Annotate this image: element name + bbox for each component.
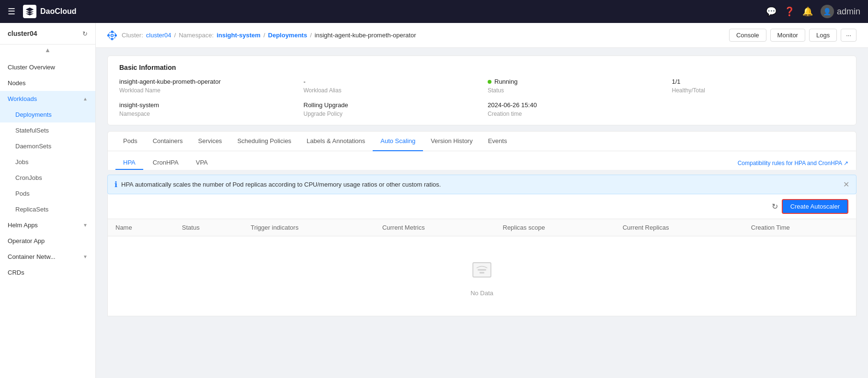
workload-alias-value: -: [304, 78, 477, 85]
healthy-total-item: 1/1 Healthy/Total: [672, 78, 845, 94]
sidebar-item-nodes[interactable]: Nodes: [0, 75, 95, 91]
more-actions-button[interactable]: ···: [841, 29, 857, 42]
basic-info-card: Basic Information insight-agent-kube-pro…: [107, 56, 857, 125]
upgrade-policy-label: Upgrade Policy: [304, 111, 477, 117]
no-data-text: No Data: [470, 289, 493, 297]
col-replicas-scope: Replicas scope: [495, 219, 615, 236]
tab-services[interactable]: Services: [191, 132, 230, 151]
cluster-value[interactable]: cluster04: [146, 32, 171, 39]
current-page: insight-agent-kube-prometh-operator: [315, 32, 416, 39]
console-button[interactable]: Console: [729, 29, 766, 42]
tab-labels-annotations[interactable]: Labels & Annotations: [299, 132, 373, 151]
sidebar: cluster04 ↻ ▲ Cluster Overview Nodes Wor…: [0, 23, 96, 378]
logs-button[interactable]: Logs: [809, 29, 837, 42]
table-area: ↻ Create Autoscaler Name Status Trigger …: [107, 194, 857, 316]
col-current-replicas: Current Replicas: [615, 219, 743, 236]
sub-tab-vpa[interactable]: VPA: [188, 156, 216, 170]
chevron-down-icon-2: ▼: [83, 254, 88, 259]
sub-tab-hpa[interactable]: HPA: [115, 156, 143, 170]
namespace-label2: Namespace: [119, 111, 292, 117]
status-dot: [488, 80, 491, 84]
tab-containers[interactable]: Containers: [145, 132, 191, 151]
sidebar-item-workloads[interactable]: Workloads ▲: [0, 91, 95, 107]
sidebar-item-deployments[interactable]: Deployments: [0, 107, 95, 122]
sub-tabs: HPA CronHPA VPA: [115, 156, 216, 170]
namespace-value[interactable]: insight-system: [217, 32, 261, 39]
chat-icon[interactable]: 💬: [766, 6, 777, 17]
sidebar-item-cluster-overview[interactable]: Cluster Overview: [0, 59, 95, 75]
svg-point-3: [111, 38, 113, 39]
col-trigger-indicators: Trigger indicators: [243, 219, 375, 236]
status-item: Running Status: [488, 78, 661, 94]
menu-icon[interactable]: ☰: [8, 6, 15, 17]
sidebar-item-daemonsets[interactable]: DaemonSets: [0, 138, 95, 154]
sidebar-nav: Cluster Overview Nodes Workloads ▲ Deplo…: [0, 56, 95, 378]
sidebar-item-jobs[interactable]: Jobs: [0, 154, 95, 170]
sidebar-item-crds[interactable]: CRDs: [0, 265, 95, 280]
info-banner-text: HPA automatically scales the number of P…: [121, 181, 441, 188]
bell-icon[interactable]: 🔔: [802, 6, 813, 17]
workload-alias-item: - Workload Alias: [304, 78, 477, 94]
healthy-total-label: Healthy/Total: [672, 87, 845, 94]
close-banner-button[interactable]: ✕: [843, 180, 849, 189]
tab-version-history[interactable]: Version History: [423, 132, 480, 151]
username: admin: [837, 7, 860, 17]
refresh-icon[interactable]: ↻: [82, 30, 88, 37]
sidebar-item-operator-app[interactable]: Operator App: [0, 233, 95, 249]
monitor-button[interactable]: Monitor: [770, 29, 805, 42]
creation-time-item: 2024-06-26 15:40 Creation time: [488, 101, 661, 117]
cluster-icon: [107, 31, 117, 40]
no-data-icon: [468, 256, 496, 286]
main-tabs: Pods Containers Services Scheduling Poli…: [107, 131, 857, 151]
namespace-value2: insight-system: [119, 101, 292, 109]
breadcrumb-bar: Cluster: cluster04 / Namespace: insight-…: [96, 23, 868, 48]
breadcrumb-actions: Console Monitor Logs ···: [729, 29, 857, 42]
sidebar-item-replicasets[interactable]: ReplicaSets: [0, 201, 95, 217]
compat-link[interactable]: Compatibility rules for HPA and CronHPA …: [738, 160, 848, 167]
logo-icon: [23, 5, 36, 18]
avatar: 👤: [821, 5, 834, 18]
chevron-up-icon: ▲: [83, 96, 88, 101]
refresh-table-icon[interactable]: ↻: [772, 202, 778, 211]
col-current-metrics: Current Metrics: [375, 219, 495, 236]
tab-pods[interactable]: Pods: [115, 132, 145, 151]
info-grid: insight-agent-kube-prometh-operator Work…: [119, 78, 845, 117]
content-area: Cluster: cluster04 / Namespace: insight-…: [96, 23, 868, 378]
sidebar-header: cluster04 ↻: [0, 23, 95, 44]
info-icon: ℹ: [114, 180, 117, 189]
sub-tabs-row: HPA CronHPA VPA Compatibility rules for …: [115, 156, 848, 170]
upgrade-policy-item: Rolling Upgrade Upgrade Policy: [304, 101, 477, 117]
sub-tabs-area: HPA CronHPA VPA Compatibility rules for …: [107, 151, 857, 170]
tab-events[interactable]: Events: [480, 132, 515, 151]
sidebar-item-helm-apps[interactable]: Helm Apps ▼: [0, 217, 95, 233]
main-layout: cluster04 ↻ ▲ Cluster Overview Nodes Wor…: [0, 23, 868, 378]
user-menu[interactable]: 👤 admin: [821, 5, 860, 18]
top-navigation: ☰ DaoCloud 💬 ❓ 🔔 👤 admin: [0, 0, 868, 23]
info-banner-left: ℹ HPA automatically scales the number of…: [114, 180, 441, 189]
table-toolbar: ↻ Create Autoscaler: [108, 194, 856, 219]
no-data-placeholder: No Data: [108, 236, 856, 316]
creation-time-value: 2024-06-26 15:40: [488, 101, 661, 109]
sidebar-item-statefulsets[interactable]: StatefulSets: [0, 122, 95, 138]
app-name: DaoCloud: [40, 7, 77, 16]
autoscaler-table: Name Status Trigger indicators Current M…: [108, 219, 856, 236]
create-autoscaler-button[interactable]: Create Autoscaler: [782, 199, 848, 214]
sidebar-cluster-name: cluster04: [8, 30, 37, 37]
sidebar-item-container-netw[interactable]: Container Netw... ▼: [0, 249, 95, 265]
sidebar-item-pods[interactable]: Pods: [0, 186, 95, 201]
svg-point-4: [108, 34, 109, 36]
tab-scheduling-policies[interactable]: Scheduling Policies: [229, 132, 299, 151]
upgrade-policy-value: Rolling Upgrade: [304, 101, 477, 109]
scroll-up-indicator: ▲: [0, 44, 95, 56]
col-name: Name: [108, 219, 174, 236]
workload-alias-label: Workload Alias: [304, 87, 477, 94]
status-value: Running: [488, 78, 661, 85]
tab-auto-scaling[interactable]: Auto Scaling: [373, 132, 423, 151]
logo: DaoCloud: [23, 5, 77, 18]
namespace-item: insight-system Namespace: [119, 101, 292, 117]
help-icon[interactable]: ❓: [784, 6, 795, 17]
svg-rect-7: [478, 269, 486, 271]
deployments-link[interactable]: Deployments: [268, 32, 308, 39]
sub-tab-cronhpa[interactable]: CronHPA: [145, 156, 186, 170]
sidebar-item-cronjobs[interactable]: CronJobs: [0, 170, 95, 186]
